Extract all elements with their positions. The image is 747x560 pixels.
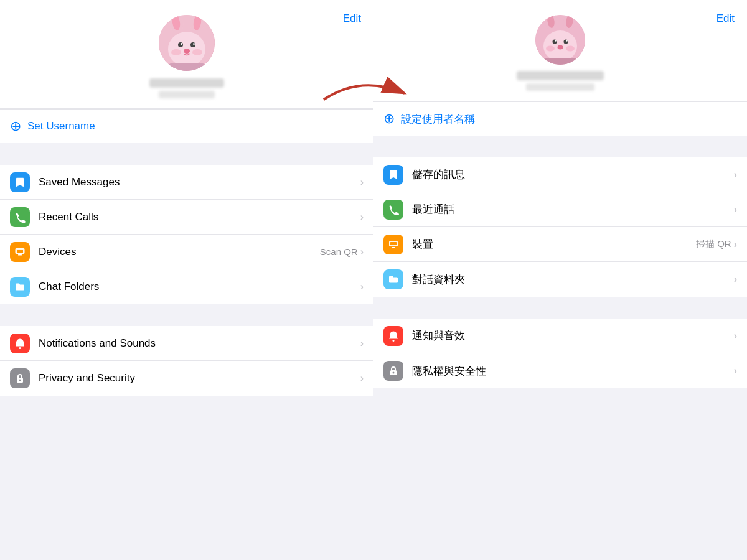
svg-rect-37 bbox=[390, 242, 397, 245]
svg-point-10 bbox=[184, 49, 190, 54]
svg-point-6 bbox=[178, 42, 183, 47]
left-profile-header: Edit bbox=[0, 0, 374, 108]
svg-rect-13 bbox=[168, 63, 205, 71]
right-devices-extra: 掃描 QR bbox=[696, 238, 731, 250]
svg-rect-17 bbox=[18, 254, 22, 256]
privacy-icon bbox=[10, 368, 30, 388]
right-notifications-chevron: › bbox=[734, 330, 737, 342]
chat-folders-icon bbox=[10, 277, 30, 297]
svg-point-30 bbox=[555, 40, 557, 42]
right-recent-calls-item[interactable]: 最近通話 › bbox=[374, 192, 747, 227]
right-profile-header: Edit bbox=[374, 0, 747, 101]
svg-point-11 bbox=[171, 49, 181, 55]
devices-chevron: › bbox=[360, 246, 364, 258]
right-devices-label: 裝置 bbox=[412, 237, 696, 251]
privacy-label: Privacy and Security bbox=[39, 372, 360, 385]
right-chat-folders-icon bbox=[383, 269, 403, 289]
right-privacy-chevron: › bbox=[734, 365, 737, 376]
right-set-username-icon: ⊕ bbox=[383, 111, 395, 127]
right-privacy-item[interactable]: 隱私權與安全性 › bbox=[374, 353, 747, 388]
left-chat-folders-item[interactable]: Chat Folders › bbox=[0, 269, 374, 304]
svg-point-31 bbox=[566, 40, 568, 42]
left-set-username[interactable]: ⊕ Set Username bbox=[0, 109, 374, 143]
right-recent-calls-icon bbox=[383, 200, 403, 220]
right-edit-button[interactable]: Edit bbox=[716, 12, 735, 25]
left-set-username-label: Set Username bbox=[27, 120, 95, 133]
svg-point-28 bbox=[553, 40, 557, 44]
recent-calls-label: Recent Calls bbox=[39, 211, 360, 223]
right-saved-messages-item[interactable]: 儲存的訊息 › bbox=[374, 157, 747, 192]
svg-point-19 bbox=[19, 347, 21, 349]
devices-icon bbox=[10, 242, 30, 262]
right-notifications-item[interactable]: 通知與音效 › bbox=[374, 319, 747, 353]
left-devices-item[interactable]: Devices Scan QR › bbox=[0, 235, 374, 269]
saved-messages-icon bbox=[10, 172, 30, 192]
right-user-name bbox=[517, 71, 604, 80]
svg-point-33 bbox=[546, 46, 555, 52]
left-avatar bbox=[159, 15, 215, 71]
recent-calls-icon bbox=[10, 207, 30, 227]
right-set-username-label: 設定使用者名稱 bbox=[401, 112, 475, 126]
svg-point-34 bbox=[566, 46, 575, 52]
svg-rect-38 bbox=[392, 247, 395, 248]
left-edit-button[interactable]: Edit bbox=[343, 12, 361, 25]
left-panel: Edit bbox=[0, 0, 374, 560]
left-saved-messages-item[interactable]: Saved Messages › bbox=[0, 165, 374, 200]
svg-point-12 bbox=[192, 49, 202, 55]
left-privacy-item[interactable]: Privacy and Security › bbox=[0, 361, 374, 396]
right-recent-calls-chevron: › bbox=[734, 204, 737, 215]
right-devices-chevron: › bbox=[734, 239, 737, 250]
recent-calls-chevron: › bbox=[360, 212, 364, 223]
svg-point-41 bbox=[393, 372, 395, 374]
right-gap-2 bbox=[374, 297, 747, 319]
svg-point-9 bbox=[193, 43, 195, 45]
left-notifications-item[interactable]: Notifications and Sounds › bbox=[0, 326, 374, 361]
right-user-phone bbox=[526, 83, 594, 91]
left-menu-section-2: Notifications and Sounds › Privacy and S… bbox=[0, 326, 374, 396]
right-avatar bbox=[535, 15, 585, 65]
notifications-chevron: › bbox=[360, 338, 364, 349]
right-privacy-label: 隱私權與安全性 bbox=[412, 364, 734, 378]
saved-messages-chevron: › bbox=[360, 177, 364, 188]
left-user-phone bbox=[159, 91, 215, 98]
devices-label: Devices bbox=[39, 246, 320, 258]
right-panel: Edit bbox=[374, 0, 747, 560]
right-notifications-icon bbox=[383, 326, 403, 346]
devices-extra: Scan QR bbox=[320, 246, 358, 257]
right-set-username[interactable]: ⊕ 設定使用者名稱 bbox=[374, 101, 747, 136]
privacy-chevron: › bbox=[360, 373, 364, 384]
right-chat-folders-chevron: › bbox=[734, 274, 737, 285]
right-saved-messages-chevron: › bbox=[734, 169, 737, 180]
chat-folders-label: Chat Folders bbox=[39, 281, 360, 293]
chat-folders-chevron: › bbox=[360, 281, 364, 292]
left-user-name bbox=[149, 78, 224, 88]
right-chat-folders-item[interactable]: 對話資料夾 › bbox=[374, 262, 747, 297]
right-saved-messages-icon bbox=[383, 165, 403, 185]
right-menu-section-2: 通知與音效 › 隱私權與安全性 › bbox=[374, 319, 747, 388]
right-gap-1 bbox=[374, 136, 747, 157]
svg-point-7 bbox=[190, 42, 195, 47]
svg-rect-35 bbox=[543, 58, 578, 65]
left-gap-2 bbox=[0, 304, 374, 326]
svg-rect-18 bbox=[17, 254, 22, 254]
right-menu-section-1: 儲存的訊息 › 最近通話 › bbox=[374, 157, 747, 297]
right-devices-icon bbox=[383, 235, 403, 254]
right-saved-messages-label: 儲存的訊息 bbox=[412, 167, 734, 182]
right-devices-item[interactable]: 裝置 掃描 QR › bbox=[374, 227, 747, 262]
right-notifications-label: 通知與音效 bbox=[412, 329, 734, 343]
left-gap-1 bbox=[0, 143, 374, 165]
right-recent-calls-label: 最近通話 bbox=[412, 202, 734, 217]
right-privacy-icon bbox=[383, 361, 403, 381]
left-recent-calls-item[interactable]: Recent Calls › bbox=[0, 200, 374, 235]
set-username-icon: ⊕ bbox=[10, 118, 21, 134]
svg-point-29 bbox=[564, 40, 568, 44]
svg-point-39 bbox=[393, 340, 395, 342]
svg-point-32 bbox=[558, 45, 563, 50]
svg-rect-16 bbox=[17, 250, 23, 253]
notifications-icon bbox=[10, 334, 30, 353]
right-chat-folders-label: 對話資料夾 bbox=[412, 273, 734, 287]
saved-messages-label: Saved Messages bbox=[39, 176, 360, 189]
svg-point-21 bbox=[19, 380, 21, 381]
svg-point-8 bbox=[181, 43, 182, 45]
left-menu-section-1: Saved Messages › Recent Calls › bbox=[0, 165, 374, 304]
